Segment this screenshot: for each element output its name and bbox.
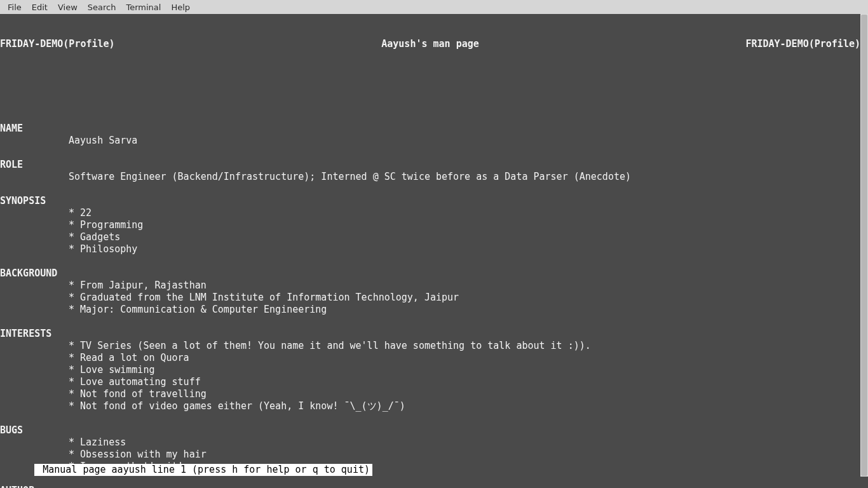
section-line: * Love automating stuff: [0, 376, 860, 388]
manpage-status: Manual page aayush line 1 (press h for h…: [34, 464, 372, 476]
section-line: * TV Series (Seen a lot of them! You nam…: [0, 340, 860, 352]
manpage-status-row: Manual page aayush line 1 (press h for h…: [0, 452, 860, 488]
section-line: * 22: [0, 207, 860, 219]
section-line: * Laziness: [0, 437, 860, 449]
manpage-header-center: Aayush's man page: [115, 38, 746, 50]
section-title: ROLE: [0, 159, 860, 171]
terminal-window: FRIDAY-DEMO(Profile) Aayush's man page F…: [0, 14, 868, 488]
section-line: * Gadgets: [0, 231, 860, 243]
section-line: * From Jaipur, Rajasthan: [0, 280, 860, 292]
section-line: * Programming: [0, 219, 860, 231]
section-line: * Major: Communication & Computer Engine…: [0, 304, 860, 316]
section-title: NAME: [0, 123, 860, 135]
terminal-viewport[interactable]: FRIDAY-DEMO(Profile) Aayush's man page F…: [0, 14, 860, 488]
scrollbar-thumb[interactable]: [861, 15, 867, 476]
manpage-header-right: FRIDAY-DEMO(Profile): [745, 38, 860, 50]
section-title: BUGS: [0, 424, 860, 437]
section-title: INTERESTS: [0, 328, 860, 340]
section-title: BACKGROUND: [0, 268, 860, 280]
menu-help[interactable]: Help: [166, 1, 195, 13]
scrollbar-vertical[interactable]: [860, 14, 868, 477]
manpage-header: FRIDAY-DEMO(Profile) Aayush's man page F…: [0, 38, 860, 50]
menubar: File Edit View Search Terminal Help: [0, 0, 868, 14]
section-line: Aayush Sarva: [0, 135, 860, 147]
section-title: SYNOPSIS: [0, 195, 860, 207]
section-line: * Not fond of travelling: [0, 388, 860, 400]
section-line: * Graduated from the LNM Institute of In…: [0, 292, 860, 304]
menu-search[interactable]: Search: [83, 1, 121, 13]
section-line: Software Engineer (Backend/Infrastructur…: [0, 171, 860, 183]
menu-edit[interactable]: Edit: [27, 1, 53, 13]
section-line: * Read a lot on Quora: [0, 352, 860, 364]
menu-file[interactable]: File: [3, 1, 27, 13]
section-line: * Philosophy: [0, 243, 860, 255]
menu-terminal[interactable]: Terminal: [121, 1, 166, 13]
section-line: * Not fond of video games either (Yeah, …: [0, 400, 860, 412]
menu-view[interactable]: View: [53, 1, 83, 13]
manpage-header-left: FRIDAY-DEMO(Profile): [0, 38, 115, 50]
section-line: * Love swimming: [0, 364, 860, 376]
